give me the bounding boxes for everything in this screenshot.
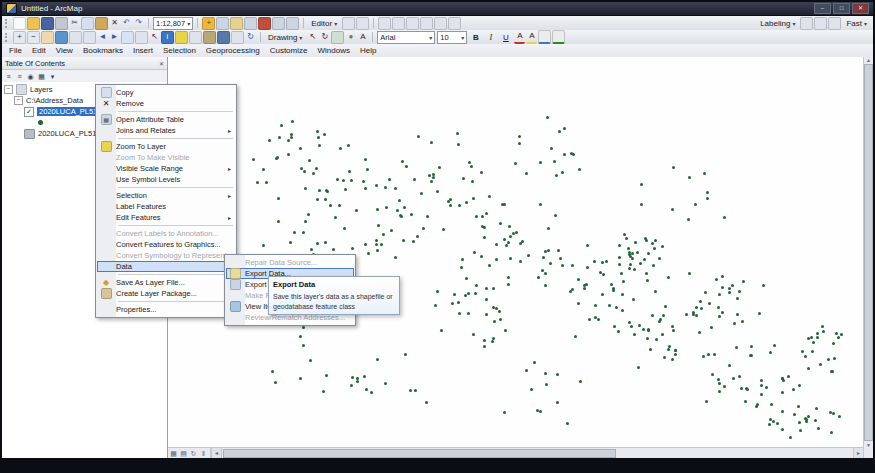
underline-button[interactable]: U [499,31,512,44]
menu-item-copy[interactable]: Copy [97,87,235,98]
toolbar-grip[interactable] [5,19,10,28]
go-to-xy-icon[interactable] [231,31,244,44]
menu-item-save-as-layer-file[interactable]: ◆Save As Layer File... [97,277,235,288]
attributes-icon[interactable] [392,17,405,30]
toc-options-icon[interactable]: ▾ [48,72,57,81]
drawing-dropdown[interactable]: Drawing ▾ [265,33,305,42]
menu-file[interactable]: File [4,45,27,57]
new-map-icon[interactable] [13,17,26,30]
labeling-dropdown[interactable]: Labeling ▾ [757,19,798,28]
menu-bookmarks[interactable]: Bookmarks [78,45,128,57]
menu-item-convert-features-to-graphics[interactable]: Convert Features to Graphics... [97,239,235,250]
select-features-icon[interactable] [121,31,134,44]
label-manager-icon[interactable] [800,17,813,30]
select-graphics-icon[interactable]: ↖ [307,32,318,43]
rotate-graphics-icon[interactable]: ↻ [319,32,330,43]
menu-edit[interactable]: Edit [27,45,51,57]
create-features-icon[interactable] [378,17,391,30]
menu-selection[interactable]: Selection [158,45,201,57]
title-bar[interactable]: Untitled - ArcMap – □ ✕ [2,2,873,15]
menu-item-create-layer-package[interactable]: Create Layer Package... [97,288,235,299]
menu-item-edit-features[interactable]: Edit Features▸ [97,212,235,223]
identify-icon[interactable]: i [161,31,174,44]
model-builder-icon[interactable] [286,17,299,30]
spatial-adjustment-icon[interactable] [448,17,461,30]
map-horizontal-scrollbar[interactable]: ▦▤↻‖ ◄ ► [167,447,864,458]
close-button[interactable]: ✕ [852,3,869,14]
font-size-combo[interactable]: 10 ▾ [437,31,467,44]
collapse-icon[interactable]: − [4,85,13,94]
italic-button[interactable]: I [484,31,497,44]
menu-windows[interactable]: Windows [312,45,354,57]
collapse-icon[interactable]: − [14,96,23,105]
search-window-icon[interactable] [244,17,257,30]
refresh-view-button[interactable]: ↻ [189,449,198,457]
pan-icon[interactable] [41,31,54,44]
measure-icon[interactable] [203,31,216,44]
menu-item-joins-and-relates[interactable]: Joins and Relates▸ [97,125,235,136]
find-icon[interactable] [217,31,230,44]
toolbar-grip[interactable] [5,33,10,42]
toc-header[interactable]: Table Of Contents ✕ [2,57,167,70]
list-by-visibility-icon[interactable]: ◉ [26,72,35,81]
editor-edit-tool-icon[interactable] [342,17,355,30]
layer1-checkbox[interactable]: ✓ [24,107,34,117]
menu-item-zoom-to-layer[interactable]: Zoom To Layer [97,141,235,152]
editor-dropdown[interactable]: Editor ▾ [308,19,340,28]
forward-extent-icon[interactable]: ► [109,32,120,43]
layout-view-button[interactable]: ▤ [179,449,188,457]
font-color-button[interactable]: A [514,31,525,44]
horizontal-scroll-thumb[interactable] [223,449,616,458]
scroll-right-icon[interactable]: ► [853,448,864,458]
toc-close-icon[interactable]: ✕ [159,60,164,67]
zoom-out-icon[interactable]: − [27,31,40,44]
arctoolbox-icon[interactable] [258,17,271,30]
list-by-selection-icon[interactable]: ▦ [37,72,46,81]
table-of-contents-icon[interactable] [216,17,229,30]
paste-icon[interactable] [95,17,108,30]
menu-item-properties[interactable]: Properties... [97,304,235,315]
map-vertical-scrollbar[interactable]: ▲ ▼ [863,57,873,448]
hyperlink-icon[interactable] [175,31,188,44]
clear-selection-icon[interactable] [135,31,148,44]
menu-view[interactable]: View [51,45,78,57]
html-popup-icon[interactable] [189,31,202,44]
map-scale-combo[interactable]: 1:12,807 ▾ [153,17,193,30]
pause-drawing-button[interactable]: ‖ [199,449,208,457]
line-color-button[interactable] [552,30,565,44]
scroll-left-icon[interactable]: ◄ [211,448,222,458]
copy-icon[interactable] [81,17,94,30]
menu-item-open-attribute-table[interactable]: ▦Open Attribute Table [97,114,235,125]
highlight-color-button[interactable]: A [526,31,537,44]
list-by-source-icon[interactable]: ≡ [15,72,24,81]
ellipse-tool-icon[interactable]: ● [345,32,356,43]
adjust-features-icon[interactable] [434,17,447,30]
open-icon[interactable] [27,17,40,30]
add-data-icon[interactable]: + [202,17,215,30]
cut-icon[interactable]: ✂ [69,18,80,29]
scroll-up-icon[interactable]: ▲ [866,57,871,63]
menu-item-data[interactable]: Data▸ [97,261,235,272]
save-icon[interactable] [41,17,54,30]
select-elements-icon[interactable]: ↖ [149,32,160,43]
list-by-drawing-order-icon[interactable]: ≡ [4,72,13,81]
back-extent-icon[interactable]: ◄ [97,32,108,43]
text-tool-icon[interactable]: A [357,32,368,43]
menu-help[interactable]: Help [355,45,381,57]
fixed-zoom-out-icon[interactable] [83,31,96,44]
label-priority-icon[interactable] [814,17,827,30]
vertical-scroll-thumb[interactable] [864,64,873,441]
rectangle-tool-icon[interactable] [331,31,344,44]
menu-item-label-features[interactable]: Label Features [97,201,235,212]
maximize-button[interactable]: □ [833,3,850,14]
bold-button[interactable]: B [469,31,482,44]
refresh-view-icon[interactable]: ↻ [245,32,256,43]
undo-icon[interactable]: ↶ [121,18,132,29]
font-name-combo[interactable]: Arial ▾ [377,31,435,44]
minimize-button[interactable]: – [814,3,831,14]
menu-item-selection[interactable]: Selection▸ [97,190,235,201]
menu-geoprocessing[interactable]: Geoprocessing [201,45,265,57]
fast-dropdown[interactable]: Fast ▾ [843,19,870,28]
menu-item-remove[interactable]: ✕Remove [97,98,235,109]
zoom-in-icon[interactable]: + [13,31,26,44]
